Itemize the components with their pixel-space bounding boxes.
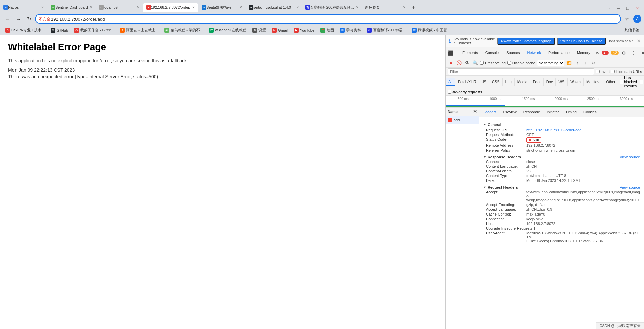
response-headers-header[interactable]: Response Headers <box>483 155 521 159</box>
forward-button[interactable]: → <box>13 14 23 24</box>
clear-button[interactable]: 🚫 <box>456 60 462 66</box>
bookmarks-more[interactable]: 其他书签 <box>622 27 641 33</box>
filter-tag-doc[interactable]: Doc <box>544 78 556 86</box>
detail-tab-preview[interactable]: Preview <box>500 108 520 117</box>
filter-tag-wasm[interactable]: Wasm <box>568 78 584 86</box>
filter-tag-other[interactable]: Other <box>603 78 618 86</box>
devtools-dock-icon[interactable]: ⬛ <box>448 49 453 57</box>
filter-tag-fetch[interactable]: Fetch/XHR <box>455 78 479 86</box>
filter-icon[interactable]: ⚗ <box>464 60 470 66</box>
bookmark-baidu-trans[interactable]: 百 百度翻译-200种语... <box>364 27 408 33</box>
invert-checkbox[interactable] <box>596 70 600 73</box>
devtools-more-icon[interactable]: ⋮ <box>630 49 638 57</box>
devtools-settings-icon[interactable]: ⚙ <box>620 49 628 57</box>
bookmark-settings[interactable]: ⚙ 设置 <box>250 27 269 33</box>
detail-tab-initiator[interactable]: Initiator <box>543 108 562 117</box>
settings-icon[interactable]: ⚙ <box>590 60 597 66</box>
bookmark-gmail[interactable]: M Gmail <box>269 27 290 33</box>
filter-tag-css[interactable]: CSS <box>489 78 503 86</box>
bookmark-gitee[interactable]: G 我的工作台 - Gitee... <box>71 27 117 33</box>
tab-close-baidu[interactable]: × <box>356 5 358 10</box>
filter-tag-js[interactable]: JS <box>479 78 489 86</box>
browser-tab-baidu[interactable]: 百 百度翻译-200种语言互译... × <box>302 3 362 12</box>
bookmark-tencent-video[interactable]: 腾 腾讯视频 - 中国领... <box>409 27 453 33</box>
match-language-button[interactable]: Always match Chrome's language <box>497 38 555 45</box>
bookmark-github[interactable]: G GitHub <box>48 27 71 33</box>
bookmark-youtube[interactable]: ▶ YouTube <box>291 27 317 33</box>
tab-close-seata[interactable]: × <box>240 5 242 10</box>
bookmark-maps[interactable]: 📍 地图 <box>318 27 337 33</box>
throttling-select[interactable]: No throttling <box>537 60 564 66</box>
browser-tab-sentinel[interactable]: S Sentinel Dashboard × <box>47 3 96 12</box>
detail-tab-cookies[interactable]: Cookies <box>580 108 600 117</box>
tab-search-btn[interactable]: ⋮ <box>605 4 613 12</box>
req-user-agent-val: Mozilla/5.0 (Windows NT 10.0; Win64; x64… <box>526 231 640 243</box>
detail-content: General Request URL: http://192.168.2.7:… <box>479 117 644 329</box>
record-button[interactable]: ● <box>448 60 454 66</box>
tab-performance[interactable]: Performance <box>545 47 573 58</box>
preserve-log-checkbox[interactable] <box>480 61 484 65</box>
dismiss-notification[interactable]: Don't show again <box>608 39 633 43</box>
tab-network[interactable]: Network <box>524 47 544 58</box>
address-bar[interactable]: 不安全 192.168.2.7:8072/order/add <box>35 14 621 24</box>
disable-cache-checkbox[interactable] <box>507 61 511 65</box>
detail-tab-response[interactable]: Response <box>520 108 544 117</box>
filter-tag-all[interactable]: All <box>446 78 455 86</box>
tab-console[interactable]: Console <box>482 47 502 58</box>
filter-tag-media[interactable]: Media <box>515 78 530 86</box>
response-headers-view-source[interactable]: View source <box>620 155 640 159</box>
browser-tab-newtab[interactable]: 新标签页 × <box>362 3 409 12</box>
back-button[interactable]: ← <box>3 14 12 24</box>
filter-tag-manifest[interactable]: Manifest <box>584 78 604 86</box>
bookmark-btn[interactable]: ☆ <box>622 14 632 24</box>
tab-close-github[interactable]: × <box>296 5 299 10</box>
browser-tab-nacos[interactable]: N Nacos × <box>0 3 47 12</box>
minimize-btn[interactable]: ─ <box>614 4 622 12</box>
request-url-value[interactable]: http://192.168.2.7:8072/order/add <box>526 128 581 132</box>
bookmark-csdn[interactable]: C CSDN-专业IT技术... <box>3 27 47 33</box>
switch-devtools-button[interactable]: Switch DevTools to Chinese <box>557 38 606 45</box>
req-user-agent-key: User-Agent: <box>486 231 526 243</box>
browser-tab-localhost[interactable]: L localhost × <box>96 3 143 12</box>
detail-tab-timing[interactable]: Timing <box>562 108 580 117</box>
tab-close-order[interactable]: × <box>192 5 195 10</box>
tab-sources[interactable]: Sources <box>503 47 523 58</box>
notification-close[interactable]: ✕ <box>637 38 641 44</box>
tab-close-newtab[interactable]: × <box>403 5 405 10</box>
request-headers-view-source[interactable]: View source <box>620 185 640 189</box>
maximize-btn[interactable]: □ <box>624 4 632 12</box>
blocked-requests-checkbox[interactable] <box>640 80 643 84</box>
devtools-inspect-icon[interactable]: ⬚ <box>454 49 458 57</box>
detail-tab-headers[interactable]: Headers <box>479 108 500 117</box>
bookmark-aliyun[interactable]: A 阿里云 - 上云就上... <box>117 27 161 33</box>
bookmark-cainiao[interactable]: 菜 菜鸟教程 - 学的不... <box>162 27 206 33</box>
tab-memory[interactable]: Memory <box>574 47 594 58</box>
tab-close-localhost[interactable]: × <box>137 5 140 10</box>
filter-tag-img[interactable]: Img <box>503 78 515 86</box>
bookmark-w3school[interactable]: W w3school 在线教程 <box>206 27 249 33</box>
tab-elements[interactable]: Elements <box>459 47 481 58</box>
profile-btn[interactable]: A <box>633 15 641 23</box>
tab-close-nacos[interactable]: × <box>41 5 44 10</box>
network-request-item-add[interactable]: ! add <box>446 116 479 124</box>
third-party-checkbox[interactable] <box>448 90 451 94</box>
reload-button[interactable]: ↻ <box>24 14 34 24</box>
request-headers-header[interactable]: Request Headers <box>483 185 518 189</box>
close-btn[interactable]: ✕ <box>633 4 641 12</box>
browser-tab-seata[interactable]: S Seata部署指南 × <box>198 3 245 12</box>
tab-close-sentinel[interactable]: × <box>90 5 92 10</box>
search-button[interactable]: 🔍 <box>472 60 479 66</box>
devtools-more-tabs[interactable]: » <box>594 50 600 56</box>
browser-tab-github[interactable]: G seita/mysql.sql at 1.4.0... × <box>245 3 302 12</box>
devtools-close-icon[interactable]: ✕ <box>639 49 644 57</box>
filter-tag-font[interactable]: Font <box>530 78 544 86</box>
hide-data-urls-checkbox[interactable] <box>611 70 615 73</box>
filter-input[interactable] <box>448 68 594 75</box>
new-tab-button[interactable]: + <box>409 3 418 12</box>
filter-tag-ws[interactable]: WS <box>556 78 568 86</box>
bookmark-study[interactable]: 学 学习资料 <box>337 27 364 33</box>
general-section-header[interactable]: General <box>483 123 640 127</box>
browser-tab-order[interactable]: ! 192.168.2.7:8072/order/ × <box>143 3 198 12</box>
blocked-cookies-checkbox[interactable] <box>620 80 623 84</box>
close-detail-panel[interactable]: ✕ <box>473 109 477 114</box>
